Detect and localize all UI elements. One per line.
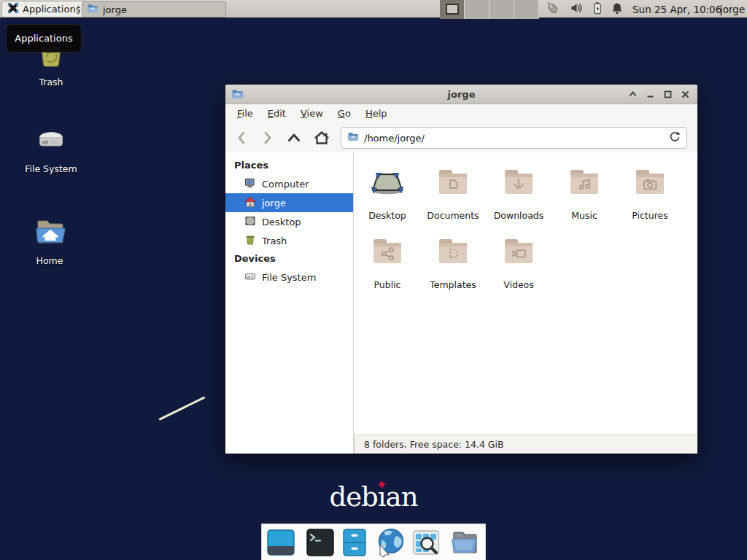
app-finder-icon[interactable] xyxy=(411,528,441,557)
file-label: Downloads xyxy=(494,210,544,221)
workspace-4[interactable] xyxy=(514,0,539,19)
panel-clock[interactable]: Sun 25 Apr, 10:06 xyxy=(632,0,721,19)
path-input[interactable]: /home/jorge/ xyxy=(364,133,669,144)
music-folder-icon xyxy=(567,161,602,203)
reload-icon[interactable] xyxy=(669,131,681,145)
applications-menu-label: Applications xyxy=(23,4,80,15)
file-music[interactable]: Music xyxy=(551,161,617,227)
sidebar-item-label: File System xyxy=(262,272,316,283)
workspace-1[interactable] xyxy=(440,0,465,19)
file-label: Documents xyxy=(427,210,479,221)
menu-view[interactable]: View xyxy=(293,104,330,123)
workspace-2[interactable] xyxy=(465,0,489,19)
file-label: Desktop xyxy=(368,210,406,221)
file-label: Pictures xyxy=(632,210,668,221)
panel-separator-handle xyxy=(77,4,80,15)
sidebar-item-computer[interactable]: Computer xyxy=(225,174,353,193)
menu-edit[interactable]: Edit xyxy=(260,104,293,123)
file-label: Templates xyxy=(430,279,476,290)
stray-line-artifact xyxy=(158,396,205,420)
sidebar-item-desktop[interactable]: Desktop xyxy=(225,212,353,231)
desktop-icon-label: Home xyxy=(36,255,63,266)
taskbar-window-button[interactable]: jorge xyxy=(82,1,226,18)
desktop-icon-label: Trash xyxy=(39,77,63,88)
sidebar-item-trash[interactable]: Trash xyxy=(225,231,353,250)
file-templates[interactable]: Templates xyxy=(420,230,486,296)
filesystem-drive-icon xyxy=(34,122,69,160)
mouse-icon[interactable] xyxy=(546,1,562,18)
debian-wordmark: debıan xyxy=(325,481,422,513)
minimize-window-icon[interactable] xyxy=(645,89,656,100)
file-downloads[interactable]: Downloads xyxy=(486,161,551,227)
file-public[interactable]: Public xyxy=(355,230,420,296)
terminal-icon[interactable] xyxy=(306,528,335,557)
pictures-folder-icon xyxy=(632,161,667,203)
screen: Trash File System xyxy=(0,0,747,560)
file-label: Public xyxy=(374,279,401,290)
wordmark-text: an xyxy=(386,481,418,513)
desktop-icon-file-system[interactable]: File System xyxy=(18,122,84,174)
file-label: Videos xyxy=(503,279,534,290)
documents-folder-icon xyxy=(436,161,471,203)
sidebar-item-file-system[interactable]: File System xyxy=(225,268,353,287)
folder-icon xyxy=(87,3,98,16)
panel-username: jorge xyxy=(720,0,745,19)
desktop-icon-label: File System xyxy=(25,163,77,174)
statusbar: 8 folders, Free space: 14.4 GiB xyxy=(354,435,697,454)
file-pictures[interactable]: Pictures xyxy=(617,161,683,227)
applications-tooltip: Applications xyxy=(6,24,82,52)
sidebar-section-devices: Devices xyxy=(225,250,353,268)
home-folder-icon xyxy=(32,214,67,252)
up-icon[interactable] xyxy=(287,129,301,147)
folder-icon[interactable] xyxy=(451,528,481,557)
sidebar-item-jorge[interactable]: jorge xyxy=(225,193,353,212)
file-manager-icon[interactable] xyxy=(340,528,369,557)
desktop-icon xyxy=(244,215,256,229)
trash-icon xyxy=(244,234,256,248)
applications-menu-button[interactable]: Applications xyxy=(1,1,86,18)
downloads-folder-icon xyxy=(501,161,536,203)
back-icon[interactable] xyxy=(234,129,249,147)
window-title: jorge xyxy=(225,85,697,104)
file-desktop[interactable]: Desktop xyxy=(355,161,420,227)
desktop-icon-home[interactable]: Home xyxy=(17,214,82,266)
system-tray xyxy=(546,0,623,19)
templates-folder-icon xyxy=(436,230,471,272)
battery-charging-icon[interactable] xyxy=(592,1,603,18)
top-panel: Applications jorge xyxy=(0,0,747,19)
file-videos[interactable]: Videos xyxy=(486,230,551,296)
file-documents[interactable]: Documents xyxy=(420,161,486,227)
statusbar-text: 8 folders, Free space: 14.4 GiB xyxy=(364,439,504,450)
shade-window-icon[interactable] xyxy=(627,89,638,100)
home-icon[interactable] xyxy=(313,129,330,147)
path-bar[interactable]: /home/jorge/ xyxy=(341,127,687,149)
sidebar-section-places: Places xyxy=(225,157,353,174)
desktop-folder-icon xyxy=(370,161,405,203)
menu-help[interactable]: Help xyxy=(358,104,395,123)
notifications-bell-icon[interactable] xyxy=(611,2,623,18)
sidebar: Places Computer xyxy=(225,152,354,454)
workspace-switcher xyxy=(440,0,539,19)
sidebar-item-label: Desktop xyxy=(262,217,301,228)
wordmark-text: deb xyxy=(329,481,377,513)
computer-icon xyxy=(244,177,256,191)
menubar: File Edit View Go Help xyxy=(225,104,697,123)
forward-icon[interactable] xyxy=(260,129,275,147)
sidebar-item-label: jorge xyxy=(262,198,286,209)
web-browser-icon[interactable] xyxy=(374,527,406,558)
menu-file[interactable]: File xyxy=(230,104,260,123)
sidebar-item-label: Computer xyxy=(262,179,309,190)
close-window-icon[interactable] xyxy=(680,89,691,100)
volume-icon[interactable] xyxy=(570,2,584,17)
workspace-3[interactable] xyxy=(489,0,514,19)
menu-go[interactable]: Go xyxy=(330,104,358,123)
file-label: Music xyxy=(571,210,597,221)
wordmark-i: ı xyxy=(378,481,386,513)
file-manager-window: jorge File Edit View Go Help xyxy=(225,84,698,454)
maximize-window-icon[interactable] xyxy=(662,89,673,100)
bottom-dock xyxy=(261,524,486,560)
window-titlebar[interactable]: jorge xyxy=(225,85,697,104)
file-view[interactable]: Desktop Documents xyxy=(354,152,697,435)
show-desktop-icon[interactable] xyxy=(266,528,295,557)
videos-folder-icon xyxy=(501,230,536,272)
